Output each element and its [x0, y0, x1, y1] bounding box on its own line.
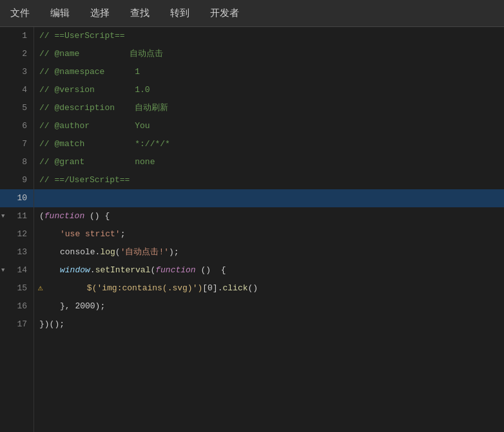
line-number-9: 9 [0, 171, 34, 189]
warning-icon-15: ⚠ [38, 279, 43, 297]
token-16: }, 2000); [60, 297, 105, 315]
app-container: 文件编辑选择查找转到开发者 1234567891011▼121314▼15161… [0, 0, 504, 432]
token-15: $('img:contains(.svg)') [87, 279, 202, 297]
token-13: ); [169, 243, 179, 261]
line-number-8: 8 [0, 153, 34, 171]
code-line-5: // @description 自动刷新 [34, 99, 504, 117]
menu-item-查找[interactable]: 查找 [128, 6, 152, 21]
token-14: . [90, 261, 95, 279]
code-line-11: (function () { [34, 207, 504, 225]
line-number-13: 13 [0, 243, 34, 261]
token-14: function [155, 261, 195, 279]
fold-arrow-11[interactable]: ▼ [1, 207, 5, 225]
token-12: ; [121, 225, 126, 243]
token-11: function [44, 207, 84, 225]
line-number-12: 12 [0, 225, 34, 243]
code-line-9: // ==/UserScript== [34, 171, 504, 189]
token-4: // @version 1.0 [39, 81, 150, 99]
code-line-6: // @author You [34, 117, 504, 135]
line-number-5: 5 [0, 99, 34, 117]
code-line-12: 'use strict'; [34, 225, 504, 243]
token-14: () { [196, 261, 226, 279]
menu-item-开发者[interactable]: 开发者 [208, 6, 242, 21]
code-line-8: // @grant none [34, 153, 504, 171]
token-13: '自动点击!' [121, 243, 169, 261]
token-13: log [100, 243, 115, 261]
line-number-3: 3 [0, 63, 34, 81]
token-5: // @description 自动刷新 [39, 99, 168, 117]
line-number-4: 4 [0, 81, 34, 99]
line-numbers-column: 1234567891011▼121314▼151617 [0, 27, 34, 432]
code-line-13: console.log('自动点击!'); [34, 243, 504, 261]
code-line-7: // @match *://*/* [34, 135, 504, 153]
code-line-4: // @version 1.0 [34, 81, 504, 99]
line-number-6: 6 [0, 117, 34, 135]
code-line-3: // @namespace 1 [34, 63, 504, 81]
token-11: () { [84, 207, 110, 225]
token-12: 'use strict' [60, 225, 121, 243]
token-13: console. [60, 243, 100, 261]
menu-item-文件[interactable]: 文件 [8, 6, 32, 21]
line-number-16: 16 [0, 297, 34, 315]
menu-item-选择[interactable]: 选择 [88, 6, 112, 21]
token-7: // @match *://*/* [39, 135, 170, 153]
code-line-10 [34, 189, 504, 207]
token-14: ( [150, 261, 155, 279]
code-line-1: // ==UserScript== [34, 27, 504, 45]
line-number-1: 1 [0, 27, 34, 45]
token-2: // @name 自动点击 [39, 45, 163, 63]
token-6: // @author You [39, 117, 150, 135]
code-line-16: }, 2000); [34, 297, 504, 315]
line-number-7: 7 [0, 135, 34, 153]
token-15: () [248, 279, 258, 297]
code-line-14: window.setInterval(function () { [34, 261, 504, 279]
editor-area: 1234567891011▼121314▼151617// ==UserScri… [0, 27, 504, 432]
code-line-17: })(); [34, 315, 504, 333]
token-15: click [222, 279, 247, 297]
line-number-10: 10 [0, 189, 34, 207]
menu-item-编辑[interactable]: 编辑 [48, 6, 72, 21]
token-15: [0]. [202, 279, 222, 297]
token-14: setInterval [95, 261, 151, 279]
token-14: window [60, 261, 90, 279]
line-number-2: 2 [0, 45, 34, 63]
menu-item-转到[interactable]: 转到 [168, 6, 192, 21]
token-1: // ==UserScript== [39, 27, 125, 45]
token-8: // @grant none [39, 153, 155, 171]
menu-bar: 文件编辑选择查找转到开发者 [0, 0, 504, 27]
line-number-11: 11▼ [0, 207, 34, 225]
token-9: // ==/UserScript== [39, 171, 130, 189]
line-number-14: 14▼ [0, 261, 34, 279]
token-17: })(); [39, 315, 64, 333]
token-3: // @namespace 1 [39, 63, 140, 81]
fold-arrow-14[interactable]: ▼ [1, 261, 5, 279]
line-number-15: 15 [0, 279, 34, 297]
token-11: ( [39, 207, 44, 225]
code-column: // ==UserScript==// @name 自动点击// @namesp… [34, 27, 504, 432]
line-number-17: 17 [0, 315, 34, 333]
token-13: ( [115, 243, 121, 261]
code-line-2: // @name 自动点击 [34, 45, 504, 63]
code-line-15: ⚠$('img:contains(.svg)')[0].click() [34, 279, 504, 297]
